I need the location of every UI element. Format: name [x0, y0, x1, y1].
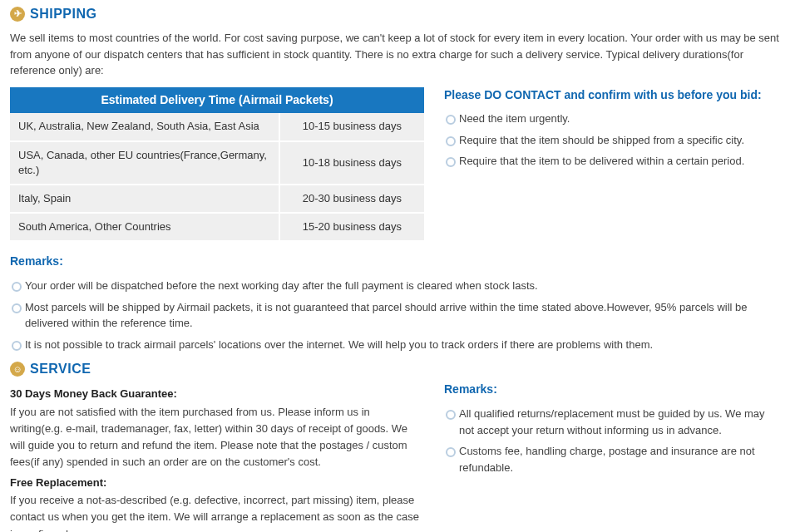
time-cell: 10-15 business days — [279, 113, 424, 140]
list-item: Need the item urgently. — [444, 108, 780, 130]
service-left-col: 30 Days Money Back Guarantee: If you are… — [10, 382, 424, 532]
list-item: All qualified returns/replacement must b… — [444, 403, 780, 441]
guarantee-heading: 30 Days Money Back Guarantee: — [10, 387, 424, 401]
region-cell: UK, Australia, New Zealand, South Asia, … — [10, 113, 279, 140]
service-right-col: Remarks: All qualified returns/replaceme… — [444, 382, 780, 478]
guarantee-text: If you are not satisfied with the item p… — [10, 404, 424, 471]
delivery-table: Estimated Delivery Time (Airmail Packets… — [10, 87, 424, 243]
list-item: Most parcels will be shipped by Airmail … — [10, 297, 780, 334]
list-item: Customs fee, handling charge, postage an… — [444, 441, 780, 478]
table-row: UK, Australia, New Zealand, South Asia, … — [10, 113, 424, 140]
contact-block: Please DO CONTACT and confirm with us be… — [444, 87, 780, 172]
shipping-title: SHIPPING — [30, 5, 96, 23]
region-cell: USA, Canada, other EU countries(France,G… — [10, 141, 279, 185]
shipping-remarks: Remarks: Your order will be dispatched b… — [10, 254, 780, 355]
remarks-list: Your order will be dispatched before the… — [10, 275, 780, 355]
service-remarks-heading: Remarks: — [444, 382, 780, 398]
list-item: It is not possible to track airmail parc… — [10, 334, 780, 356]
list-item: Require that the item should be shipped … — [444, 130, 780, 151]
plane-icon: ✈ — [10, 7, 25, 22]
service-two-col: 30 Days Money Back Guarantee: If you are… — [10, 382, 780, 532]
time-cell: 15-20 business days — [279, 213, 424, 241]
table-row: South America, Other Countries 15-20 bus… — [10, 213, 424, 241]
support-icon: ☺ — [10, 362, 25, 377]
time-cell: 20-30 business days — [279, 185, 424, 213]
service-remarks-list: All qualified returns/replacement must b… — [444, 403, 780, 478]
delivery-table-wrap: Estimated Delivery Time (Airmail Packets… — [10, 87, 424, 243]
table-header: Estimated Delivery Time (Airmail Packets… — [10, 87, 424, 114]
table-row: USA, Canada, other EU countries(France,G… — [10, 141, 424, 185]
replacement-heading: Free Replacement: — [10, 475, 424, 490]
region-cell: Italy, Spain — [10, 185, 279, 213]
time-cell: 10-18 business days — [279, 141, 424, 185]
shipping-intro: We sell items to most countries of the w… — [10, 27, 780, 87]
list-item: Your order will be dispatched before the… — [10, 275, 780, 297]
shipping-two-col: Estimated Delivery Time (Airmail Packets… — [10, 87, 780, 243]
shipping-section: ✈ SHIPPING We sell items to most countri… — [0, 0, 790, 355]
service-section: ☺ SERVICE 30 Days Money Back Guarantee: … — [0, 355, 790, 532]
service-heading: ☺ SERVICE — [10, 355, 780, 382]
remarks-heading: Remarks: — [10, 254, 780, 270]
service-title: SERVICE — [30, 360, 91, 378]
replacement-text: If you receive a not-as-described (e.g. … — [10, 492, 424, 532]
shipping-heading: ✈ SHIPPING — [10, 0, 780, 27]
list-item: Require that the item to be delivered wi… — [444, 150, 780, 172]
region-cell: South America, Other Countries — [10, 213, 279, 241]
contact-list: Need the item urgently. Require that the… — [444, 108, 780, 172]
table-row: Italy, Spain 20-30 business days — [10, 185, 424, 213]
contact-heading: Please DO CONTACT and confirm with us be… — [444, 87, 780, 104]
